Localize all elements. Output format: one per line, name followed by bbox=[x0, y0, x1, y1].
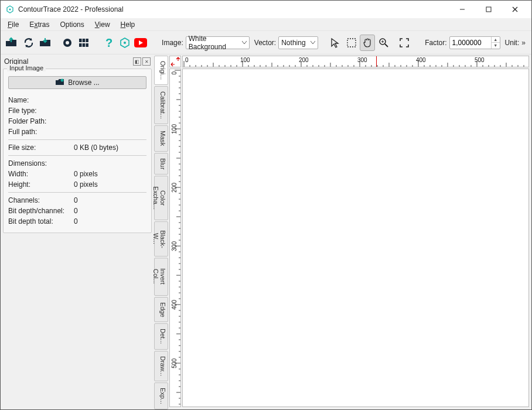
tab-color-exchange[interactable]: Color Excha... bbox=[154, 176, 168, 220]
image-select[interactable]: White Background bbox=[186, 36, 250, 49]
browse-button[interactable]: Browse ... bbox=[8, 76, 146, 89]
marquee-tool[interactable] bbox=[344, 35, 359, 51]
factor-down[interactable]: ▼ bbox=[492, 43, 500, 49]
factor-up[interactable]: ▲ bbox=[492, 37, 500, 43]
vtick-100: 100 bbox=[171, 124, 178, 134]
svg-rect-10 bbox=[86, 39, 88, 42]
svg-rect-12 bbox=[82, 43, 85, 47]
tab-invert[interactable]: Invert Col... bbox=[154, 258, 168, 296]
tab-black-white[interactable]: Black-W... bbox=[154, 221, 168, 256]
height-val: 0 pixels bbox=[74, 180, 98, 189]
side-tabs: Origi... Calibrat... Mask Blur Color Exc… bbox=[154, 54, 168, 409]
tab-calibrate[interactable]: Calibrat... bbox=[154, 86, 168, 124]
dimensions-key: Dimensions: bbox=[8, 159, 74, 168]
menu-options[interactable]: Options bbox=[55, 19, 88, 30]
left-panel: Original ◧ ✕ Input Image Browse ... Name… bbox=[1, 54, 154, 409]
tab-original[interactable]: Origi... bbox=[154, 56, 168, 85]
tab-export[interactable]: Exp... bbox=[154, 382, 168, 409]
fullpath-key: Full path: bbox=[8, 128, 74, 136]
svg-rect-18 bbox=[347, 39, 356, 47]
app-window: ContourTrace 2022 - Professional File Ex… bbox=[0, 0, 532, 410]
vtick-200: 200 bbox=[171, 183, 178, 193]
browse-label: Browse ... bbox=[68, 78, 99, 87]
vector-label: Vector: bbox=[251, 39, 277, 47]
filesize-key: File size: bbox=[8, 144, 74, 152]
vtick-400: 400 bbox=[171, 300, 178, 310]
viewport: 0 100 200 300 400 500 600 0 100 200 300 … bbox=[168, 54, 531, 409]
htick-200: 200 bbox=[299, 57, 309, 63]
aperture-button[interactable] bbox=[60, 35, 75, 51]
ruler-horizontal: 0 100 200 300 400 500 600 bbox=[182, 56, 529, 67]
group-label: Input Image bbox=[7, 64, 46, 71]
tab-blur[interactable]: Blur bbox=[154, 153, 168, 175]
height-key: Height: bbox=[8, 180, 74, 189]
canvas[interactable] bbox=[182, 69, 529, 407]
svg-rect-11 bbox=[79, 43, 82, 47]
menu-extras[interactable]: Extras bbox=[25, 19, 54, 30]
titlebar: ContourTrace 2022 - Professional bbox=[1, 1, 531, 18]
grid-button[interactable] bbox=[76, 35, 91, 51]
panel-detach-icon[interactable]: ◧ bbox=[133, 57, 141, 66]
vector-select[interactable]: Nothing bbox=[278, 36, 318, 49]
tab-edge[interactable]: Edge bbox=[154, 297, 168, 323]
filetype-key: File type: bbox=[8, 107, 74, 115]
tab-draw[interactable]: Draw... bbox=[154, 351, 168, 381]
vtick-500: 500 bbox=[171, 358, 178, 368]
zoom-tool[interactable] bbox=[376, 35, 391, 51]
hand-tool[interactable] bbox=[360, 35, 375, 51]
menu-help[interactable]: Help bbox=[116, 19, 140, 30]
youtube-button[interactable] bbox=[133, 35, 148, 51]
close-button[interactable] bbox=[502, 1, 528, 18]
panel-close-icon[interactable]: ✕ bbox=[142, 57, 151, 66]
svg-point-7 bbox=[66, 41, 69, 45]
htick-100: 100 bbox=[240, 57, 250, 63]
refresh-button[interactable] bbox=[21, 35, 36, 51]
menu-file[interactable]: File bbox=[3, 19, 23, 30]
htick-0: 0 bbox=[185, 57, 189, 63]
factor-input[interactable] bbox=[450, 39, 491, 47]
svg-line-20 bbox=[385, 44, 388, 47]
app-icon bbox=[5, 5, 15, 14]
factor-label: Factor: bbox=[421, 39, 448, 47]
chevron-down-icon bbox=[311, 41, 315, 45]
hex-logo-button[interactable] bbox=[117, 35, 132, 51]
ruler-origin bbox=[169, 56, 181, 67]
htick-400: 400 bbox=[416, 57, 426, 63]
toolbar-overflow[interactable]: » bbox=[521, 39, 529, 47]
factor-spin[interactable]: ▲ ▼ bbox=[449, 36, 500, 49]
menu-view[interactable]: View bbox=[90, 19, 115, 30]
input-image-group: Input Image Browse ... Name: File type: … bbox=[3, 69, 152, 233]
svg-rect-8 bbox=[79, 39, 82, 42]
minimize-button[interactable] bbox=[449, 1, 475, 18]
open-folder-button[interactable] bbox=[3, 35, 20, 51]
folderpath-key: Folder Path: bbox=[8, 117, 74, 125]
bpc-val: 0 bbox=[74, 207, 78, 215]
svg-rect-9 bbox=[82, 39, 85, 42]
menubar: File Extras Options View Help bbox=[1, 18, 531, 31]
chevron-down-icon bbox=[242, 41, 247, 45]
filesize-val: 0 KB (0 bytes) bbox=[74, 144, 118, 152]
vtick-300: 300 bbox=[171, 241, 178, 251]
htick-500: 500 bbox=[475, 57, 485, 63]
name-key: Name: bbox=[8, 96, 74, 104]
fit-screen-button[interactable] bbox=[397, 35, 412, 51]
svg-point-1 bbox=[9, 9, 11, 11]
unit-label: Unit: bbox=[502, 39, 521, 47]
svg-text:?: ? bbox=[105, 36, 112, 49]
width-key: Width: bbox=[8, 170, 74, 178]
toolbar: ? Image: White Background Vector: Nothin… bbox=[1, 31, 531, 54]
maximize-button[interactable] bbox=[475, 1, 502, 18]
channels-val: 0 bbox=[74, 196, 78, 204]
window-title: ContourTrace 2022 - Professional bbox=[18, 5, 449, 13]
image-label: Image: bbox=[158, 39, 185, 47]
tab-detect[interactable]: Det... bbox=[154, 323, 168, 349]
bpt-key: Bit depth total: bbox=[8, 217, 74, 226]
htick-300: 300 bbox=[357, 57, 367, 63]
help-button[interactable]: ? bbox=[101, 35, 116, 51]
svg-point-16 bbox=[124, 42, 126, 44]
vtick-0: 0 bbox=[171, 71, 178, 75]
window-controls bbox=[449, 1, 528, 18]
pointer-tool[interactable] bbox=[328, 35, 343, 51]
save-folder-button[interactable] bbox=[37, 35, 54, 51]
tab-mask[interactable]: Mask bbox=[154, 125, 168, 151]
